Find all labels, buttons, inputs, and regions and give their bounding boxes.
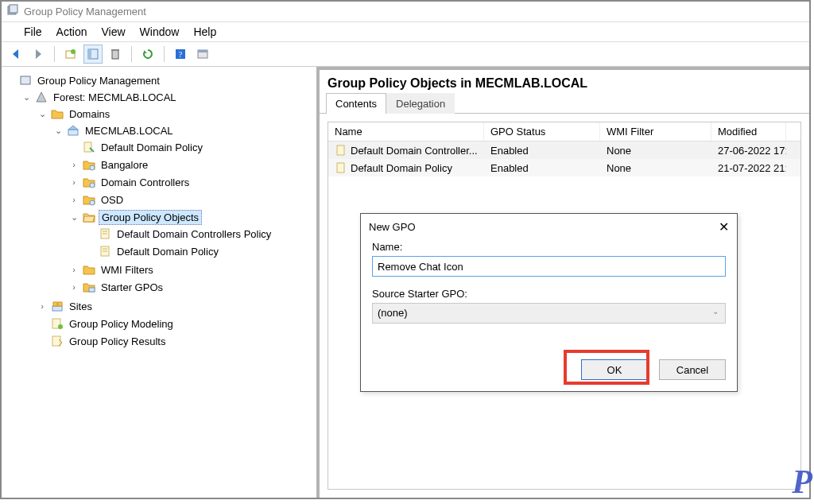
new-window-button[interactable] — [61, 45, 80, 64]
forest-icon — [35, 91, 48, 103]
col-status[interactable]: GPO Status — [484, 122, 600, 141]
tree-ddp2-label: Default Domain Policy — [114, 245, 221, 258]
tree-dc-label: Domain Controllers — [99, 176, 192, 189]
tree-gpo-label: Group Policy Objects — [99, 210, 202, 225]
source-starter-value: (none) — [378, 307, 408, 319]
help-button[interactable]: ? — [171, 45, 190, 64]
twisty-icon[interactable]: ⌄ — [52, 126, 64, 136]
twisty-icon[interactable]: ⌄ — [37, 109, 48, 119]
refresh-button[interactable] — [138, 45, 157, 64]
delete-button[interactable] — [106, 45, 125, 64]
options-button[interactable] — [193, 45, 212, 64]
gpo-name-input[interactable] — [372, 256, 726, 277]
tree-domain-label: MECMLAB.LOCAL — [83, 124, 176, 138]
tab-delegation[interactable]: Delegation — [386, 93, 455, 114]
toolbar: ? — [2, 41, 809, 67]
tree-bangalore-label: Bangalore — [99, 158, 150, 172]
chevron-right-icon[interactable]: › — [68, 177, 79, 187]
results-icon — [51, 335, 64, 347]
svg-point-31 — [58, 324, 63, 329]
domain-icon — [67, 124, 79, 137]
svg-rect-32 — [52, 336, 60, 346]
tree-osd-label: OSD — [99, 193, 126, 207]
folder-icon — [51, 107, 64, 120]
tree-gpo-ddp[interactable]: ·Default Domain Policy — [84, 243, 313, 259]
dialog-titlebar: New GPO ✕ — [361, 214, 737, 239]
chevron-right-icon[interactable]: › — [68, 195, 79, 204]
tree-pane[interactable]: ▾ Group Policy Management ⌄ Forest: MECM… — [2, 67, 320, 498]
chevron-right-icon[interactable]: › — [68, 160, 79, 169]
tree-domains[interactable]: ⌄ Domains — [37, 106, 313, 122]
tree-osd[interactable]: ›OSD — [68, 192, 313, 207]
tree-domain-controllers[interactable]: ›Domain Controllers — [68, 174, 313, 190]
tree-results[interactable]: ·Group Policy Results — [37, 333, 313, 349]
forward-button[interactable] — [29, 45, 48, 64]
twisty-icon[interactable]: ⌄ — [68, 212, 79, 223]
tree-domains-label: Domains — [67, 107, 112, 121]
tree-results-label: Group Policy Results — [67, 335, 168, 348]
tree-domain[interactable]: ⌄ MECMLAB.LOCAL — [52, 122, 313, 138]
svg-rect-27 — [52, 306, 62, 311]
svg-rect-12 — [21, 76, 30, 84]
tree-modeling[interactable]: ·Group Policy Modeling — [37, 316, 313, 331]
tree-root[interactable]: ▾ Group Policy Management — [5, 72, 313, 88]
svg-rect-16 — [84, 142, 91, 152]
tree-default-domain-policy[interactable]: ·Default Domain Policy — [68, 139, 313, 155]
tree-bangalore[interactable]: ›Bangalore — [68, 157, 313, 173]
tab-contents[interactable]: Contents — [326, 93, 386, 114]
svg-point-19 — [90, 200, 95, 205]
tree-ddcp-label: Default Domain Controllers Policy — [114, 227, 273, 241]
cell-mod: 27-06-2022 17:3... — [711, 143, 786, 158]
cell-wmi: None — [600, 143, 711, 158]
tree-wmi-filters[interactable]: ›WMI Filters — [68, 262, 313, 277]
col-modified[interactable]: Modified — [711, 122, 786, 141]
cell-name: Default Domain Controller... — [351, 145, 478, 157]
grid-header: Name GPO Status WMI Filter Modified — [328, 122, 800, 142]
chevron-right-icon[interactable]: › — [37, 301, 48, 311]
title-bar: Group Policy Management — [2, 2, 809, 22]
chevron-right-icon[interactable]: › — [68, 265, 79, 274]
dialog-title: New GPO — [369, 221, 416, 233]
show-hide-tree-button[interactable] — [83, 45, 103, 64]
col-name[interactable]: Name — [328, 122, 484, 141]
svg-rect-29 — [58, 302, 62, 306]
svg-rect-14 — [68, 130, 78, 135]
source-starter-dropdown[interactable]: (none) — [372, 303, 726, 324]
menu-bar: File Action View Window Help — [2, 22, 809, 41]
grid-row[interactable]: Default Domain Policy Enabled None 21-07… — [328, 159, 800, 176]
svg-rect-26 — [89, 288, 95, 292]
tree-gpo-ddcp[interactable]: ·Default Domain Controllers Policy — [84, 226, 313, 242]
tree-sites[interactable]: ›Sites — [37, 298, 313, 314]
gpo-icon — [335, 144, 347, 157]
menu-window[interactable]: Window — [140, 25, 180, 38]
content-heading: Group Policy Objects in MECMLAB.LOCAL — [320, 70, 809, 92]
grid-row[interactable]: Default Domain Controller... Enabled Non… — [328, 142, 800, 159]
chevron-right-icon[interactable]: › — [68, 282, 79, 292]
tree-wmi-label: WMI Filters — [99, 263, 156, 277]
sites-icon — [51, 300, 64, 312]
svg-point-17 — [90, 165, 95, 170]
menu-action[interactable]: Action — [56, 25, 87, 38]
svg-rect-11 — [198, 50, 207, 52]
close-icon[interactable]: ✕ — [719, 219, 729, 235]
tree-starter-gpos[interactable]: ›Starter GPOs — [68, 279, 313, 295]
folder-open-icon — [83, 211, 95, 223]
menu-view[interactable]: View — [101, 25, 125, 38]
ok-button[interactable]: OK — [581, 359, 648, 380]
cell-status: Enabled — [484, 143, 600, 158]
ou-icon — [83, 176, 95, 188]
back-button[interactable] — [6, 45, 25, 64]
twisty-icon[interactable]: ⌄ — [21, 92, 32, 103]
svg-marker-15 — [68, 126, 78, 130]
menu-file[interactable]: File — [24, 25, 42, 38]
cancel-button[interactable]: Cancel — [659, 359, 726, 380]
tree-ddp-label: Default Domain Policy — [99, 141, 205, 154]
col-wmi[interactable]: WMI Filter — [600, 122, 711, 141]
tree-gpo-container[interactable]: ⌄Group Policy Objects — [68, 209, 313, 225]
new-gpo-dialog: New GPO ✕ Name: Source Starter GPO: (non… — [360, 213, 738, 392]
menu-help[interactable]: Help — [193, 25, 216, 38]
cell-name: Default Domain Policy — [351, 162, 452, 174]
svg-point-3 — [71, 49, 76, 54]
svg-rect-34 — [337, 163, 344, 173]
tree-forest[interactable]: ⌄ Forest: MECMLAB.LOCAL — [21, 89, 313, 105]
